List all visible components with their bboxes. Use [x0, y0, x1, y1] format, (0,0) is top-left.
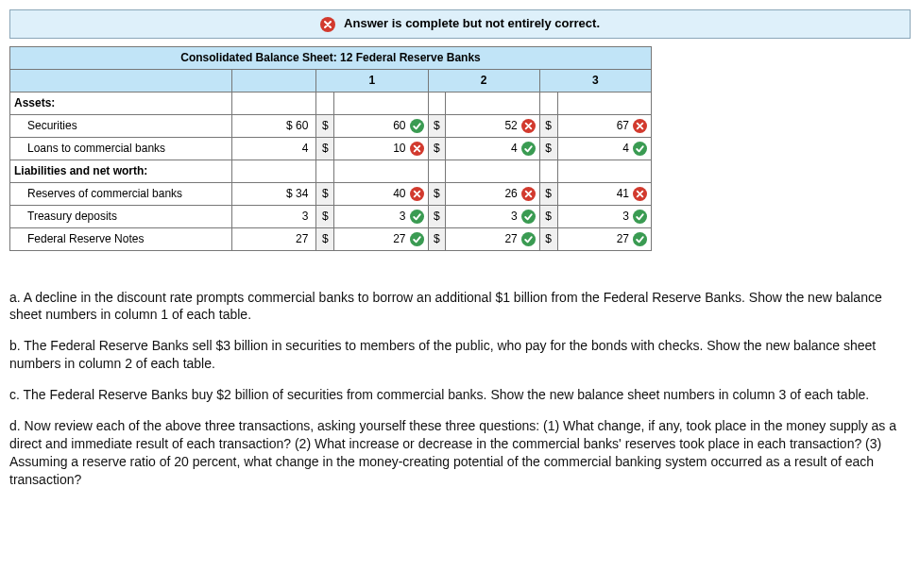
answer-value: 52: [489, 119, 518, 132]
answer-cell[interactable]: 10: [334, 137, 428, 160]
cross-circle-icon: [410, 187, 424, 201]
answer-cell[interactable]: 41: [557, 182, 651, 205]
section-label: Assets:: [10, 92, 232, 114]
check-circle-icon: [521, 232, 536, 246]
table-row: Reserves of commercial banks$ 34$40$26$4…: [10, 182, 652, 205]
answer-value: 40: [378, 187, 406, 200]
dollar-sign: $: [539, 182, 557, 205]
cross-circle-icon: [521, 119, 536, 133]
balance-sheet-table: Consolidated Balance Sheet: 12 Federal R…: [9, 46, 652, 251]
answer-value: 3: [601, 210, 629, 223]
base-value: $ 34: [232, 182, 316, 205]
dollar-sign: $: [539, 205, 557, 227]
table-row: Loans to commercial banks4$10$4$4: [10, 137, 652, 160]
answer-value: 60: [378, 119, 406, 132]
check-circle-icon: [633, 232, 647, 246]
cross-circle-icon: [633, 187, 647, 201]
answer-cell[interactable]: 4: [557, 137, 651, 160]
col-head-2: 2: [428, 69, 539, 92]
answer-cell[interactable]: 27: [446, 227, 539, 250]
section-label: Liabilities and net worth:: [10, 160, 232, 182]
base-value: 27: [232, 227, 316, 250]
svg-point-1: [410, 119, 424, 133]
col-head-3: 3: [539, 69, 651, 92]
section-header: Assets:: [10, 92, 652, 114]
base-value: 4: [232, 137, 316, 160]
dollar-sign: $: [428, 114, 446, 137]
row-label: Treasury deposits: [10, 205, 232, 227]
feedback-banner: Answer is complete but not entirely corr…: [9, 9, 911, 39]
cross-circle-icon: [320, 17, 335, 32]
svg-point-11: [521, 210, 536, 224]
answer-cell[interactable]: 60: [334, 114, 428, 137]
question-paragraph: c. The Federal Reserve Banks buy $2 bill…: [9, 386, 911, 404]
dollar-sign: $: [428, 227, 446, 250]
feedback-text: Answer is complete but not entirely corr…: [344, 16, 600, 30]
svg-point-14: [521, 232, 536, 246]
question-paragraph: d. Now review each of the above three tr…: [9, 417, 911, 489]
answer-cell[interactable]: 3: [446, 205, 539, 227]
row-label: Loans to commercial banks: [10, 137, 232, 160]
dollar-sign: $: [539, 137, 557, 160]
row-label: Federal Reserve Notes: [10, 227, 232, 250]
check-circle-icon: [633, 210, 647, 224]
table-row: Federal Reserve Notes27$27$27$27: [10, 227, 652, 250]
svg-point-13: [410, 232, 424, 246]
answer-value: 10: [378, 142, 406, 155]
answer-value: 3: [489, 210, 518, 223]
answer-value: 4: [601, 142, 629, 155]
check-circle-icon: [410, 119, 424, 133]
answer-cell[interactable]: 40: [334, 182, 428, 205]
svg-point-10: [410, 210, 424, 224]
svg-point-5: [521, 142, 536, 156]
answer-cell[interactable]: 26: [446, 182, 539, 205]
answer-cell[interactable]: 4: [446, 137, 539, 160]
row-label: Reserves of commercial banks: [10, 182, 232, 205]
dollar-sign: $: [428, 137, 446, 160]
answer-value: 26: [489, 187, 518, 200]
table-row: Treasury deposits3$3$3$3: [10, 205, 652, 227]
svg-point-12: [633, 210, 647, 224]
answer-value: 3: [378, 210, 406, 223]
cross-circle-icon: [410, 142, 424, 156]
check-circle-icon: [521, 210, 536, 224]
answer-cell[interactable]: 67: [557, 114, 651, 137]
col-head-blank1: [10, 69, 232, 92]
check-circle-icon: [633, 142, 647, 156]
section-header: Liabilities and net worth:: [10, 160, 652, 182]
col-head-1: 1: [316, 69, 428, 92]
col-head-blank2: [232, 69, 316, 92]
svg-point-6: [633, 142, 647, 156]
answer-cell[interactable]: 3: [557, 205, 651, 227]
check-circle-icon: [410, 210, 424, 224]
answer-value: 27: [601, 232, 629, 245]
answer-value: 41: [601, 187, 629, 200]
check-circle-icon: [521, 142, 536, 156]
dollar-sign: $: [316, 114, 334, 137]
answer-value: 4: [489, 142, 518, 155]
dollar-sign: $: [539, 114, 557, 137]
cross-circle-icon: [633, 119, 647, 133]
answer-cell[interactable]: 52: [446, 114, 539, 137]
answer-cell[interactable]: 3: [334, 205, 428, 227]
dollar-sign: $: [316, 227, 334, 250]
dollar-sign: $: [316, 205, 334, 227]
dollar-sign: $: [539, 227, 557, 250]
check-circle-icon: [410, 232, 424, 246]
base-value: 3: [232, 205, 316, 227]
answer-cell[interactable]: 27: [334, 227, 428, 250]
cross-circle-icon: [521, 187, 536, 201]
table-title: Consolidated Balance Sheet: 12 Federal R…: [10, 46, 652, 69]
table-row: Securities$ 60$60$52$67: [10, 114, 652, 137]
answer-cell[interactable]: 27: [557, 227, 651, 250]
dollar-sign: $: [428, 205, 446, 227]
dollar-sign: $: [316, 182, 334, 205]
row-label: Securities: [10, 114, 232, 137]
answer-value: 27: [378, 232, 406, 245]
question-paragraph: a. A decline in the discount rate prompt…: [9, 289, 911, 325]
answer-value: 67: [601, 119, 629, 132]
dollar-sign: $: [428, 182, 446, 205]
dollar-sign: $: [316, 137, 334, 160]
answer-value: 27: [489, 232, 518, 245]
base-value: $ 60: [232, 114, 316, 137]
